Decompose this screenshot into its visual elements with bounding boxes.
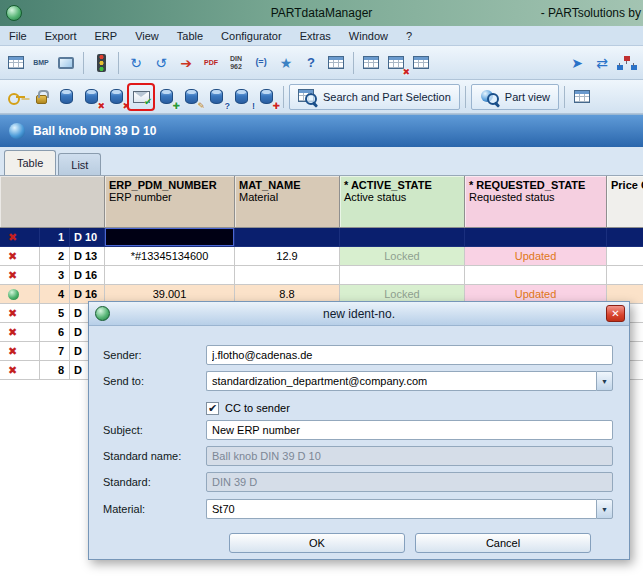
menu-item-window[interactable]: Window bbox=[340, 28, 397, 44]
refresh-icon-glyph: ↻ bbox=[130, 56, 142, 70]
cell-active[interactable] bbox=[340, 228, 465, 247]
tab-list[interactable]: List bbox=[58, 153, 101, 175]
table-export-icon[interactable] bbox=[324, 51, 348, 75]
row-number-cell[interactable]: 3 bbox=[40, 266, 70, 285]
database-delete-icon[interactable]: ✖ bbox=[104, 85, 128, 109]
cell-requested[interactable] bbox=[465, 266, 607, 285]
subject-input[interactable] bbox=[206, 420, 613, 440]
ok-button[interactable]: OK bbox=[229, 533, 405, 553]
row-number-cell[interactable]: 8 bbox=[40, 361, 70, 380]
part-selection-icon[interactable]: ➤ bbox=[565, 51, 589, 75]
table-plain-icon[interactable] bbox=[409, 51, 433, 75]
cancel-button[interactable]: Cancel bbox=[415, 533, 591, 553]
cc-to-sender-label: CC to sender bbox=[225, 402, 290, 414]
row-number-cell[interactable]: 2 bbox=[40, 247, 70, 266]
compare-parts-icon[interactable]: ⇄ bbox=[590, 51, 614, 75]
row-status-cell: ✖ bbox=[0, 228, 40, 247]
column-header-active[interactable]: * ACTIVE_STATEActive status bbox=[340, 176, 465, 228]
send-to-label: Send to: bbox=[103, 375, 206, 387]
bmp-export-icon[interactable]: BMP bbox=[29, 51, 53, 75]
menu-item-file[interactable]: File bbox=[0, 28, 36, 44]
material-input[interactable] bbox=[206, 499, 596, 519]
cell-mat[interactable]: 12.9 bbox=[235, 247, 340, 266]
send-to-input[interactable] bbox=[206, 371, 596, 391]
database-add-icon[interactable]: ✚ bbox=[154, 85, 178, 109]
reload-document-icon[interactable]: ↺ bbox=[149, 51, 173, 75]
menu-item-export[interactable]: Export bbox=[36, 28, 86, 44]
pdf-export-icon[interactable]: PDF bbox=[199, 51, 223, 75]
table-row-1[interactable]: ✖1D 10 bbox=[0, 228, 643, 247]
cell-price[interactable] bbox=[607, 228, 643, 247]
cc-to-sender-checkbox[interactable]: ✔ bbox=[206, 402, 219, 415]
database-new-icon[interactable]: ✚ bbox=[254, 85, 278, 109]
row-variant-cell[interactable]: D 13 bbox=[70, 247, 105, 266]
row-deleted-icon: ✖ bbox=[8, 327, 17, 338]
cell-erp[interactable] bbox=[105, 228, 235, 247]
cell-requested[interactable] bbox=[465, 228, 607, 247]
cell-price[interactable] bbox=[607, 266, 643, 285]
refresh-icon[interactable]: ↻ bbox=[124, 51, 148, 75]
dialog-titlebar[interactable]: new ident-no. ✕ bbox=[89, 302, 629, 326]
key-icon[interactable] bbox=[4, 85, 28, 109]
row-variant-cell[interactable]: D 16 bbox=[70, 266, 105, 285]
database-info-icon[interactable]: ! bbox=[229, 85, 253, 109]
column-header-requested[interactable]: * REQUESTED_STATERequested status bbox=[465, 176, 607, 228]
cell-mat[interactable] bbox=[235, 228, 340, 247]
help-icon[interactable]: ? bbox=[299, 51, 323, 75]
database-question-icon[interactable]: ? bbox=[204, 85, 228, 109]
part-view-button[interactable]: Part view bbox=[471, 84, 559, 110]
row-number-cell[interactable]: 1 bbox=[40, 228, 70, 247]
row-number-cell[interactable]: 7 bbox=[40, 342, 70, 361]
standard-row: Standard: bbox=[103, 472, 613, 492]
cadenas-globe-icon bbox=[95, 306, 110, 321]
new-ident-number-icon[interactable] bbox=[129, 85, 153, 109]
cell-erp[interactable] bbox=[105, 266, 235, 285]
cell-active[interactable] bbox=[340, 266, 465, 285]
row-number-cell[interactable]: 4 bbox=[40, 285, 70, 304]
cell-requested[interactable]: Updated bbox=[465, 247, 607, 266]
cell-erp[interactable]: *#13345134600 bbox=[105, 247, 235, 266]
grid-glyph bbox=[574, 90, 590, 103]
assembly-structure-icon[interactable] bbox=[615, 51, 639, 75]
database-edit-icon[interactable]: ✎ bbox=[179, 85, 203, 109]
database-icon[interactable] bbox=[54, 85, 78, 109]
menu-item-configurator[interactable]: Configurator bbox=[212, 28, 291, 44]
row-number-cell[interactable]: 6 bbox=[40, 323, 70, 342]
export-icon[interactable]: ➔ bbox=[174, 51, 198, 75]
menu-item-table[interactable]: Table bbox=[168, 28, 212, 44]
material-dropdown-button[interactable]: ▼ bbox=[596, 499, 613, 519]
menu-item-help[interactable]: ? bbox=[397, 28, 421, 44]
menu-item-erp[interactable]: ERP bbox=[86, 28, 127, 44]
table-view-icon[interactable] bbox=[4, 51, 28, 75]
column-header-mat[interactable]: MAT_NAMEMaterial bbox=[235, 176, 340, 228]
menu-item-extras[interactable]: Extras bbox=[291, 28, 340, 44]
database-remove-icon[interactable]: ✖ bbox=[79, 85, 103, 109]
favorite-star-icon[interactable]: ★ bbox=[274, 51, 298, 75]
sender-input[interactable] bbox=[206, 345, 613, 365]
cell-price[interactable] bbox=[607, 247, 643, 266]
send-to-dropdown-button[interactable]: ▼ bbox=[596, 371, 613, 391]
tab-table[interactable]: Table bbox=[4, 150, 56, 175]
chevron-down-icon: ▼ bbox=[601, 506, 608, 513]
column-header-price[interactable]: Price G bbox=[607, 176, 643, 228]
equals-icon[interactable]: (=) bbox=[249, 51, 273, 75]
database-link-icon[interactable] bbox=[570, 85, 594, 109]
menu-item-view[interactable]: View bbox=[126, 28, 168, 44]
cell-mat[interactable] bbox=[235, 266, 340, 285]
table-row-2[interactable]: ✖2D 13*#1334513460012.9LockedUpdated bbox=[0, 247, 643, 266]
part-title: Ball knob DIN 39 D 10 bbox=[33, 124, 156, 138]
table-row-3[interactable]: ✖3D 16 bbox=[0, 266, 643, 285]
preview-window-icon[interactable] bbox=[54, 51, 78, 75]
row-variant-cell[interactable]: D 10 bbox=[70, 228, 105, 247]
search-part-selection-button[interactable]: Search and Part Selection bbox=[289, 84, 460, 110]
table-variant-icon[interactable] bbox=[359, 51, 383, 75]
dialog-close-button[interactable]: ✕ bbox=[606, 305, 625, 322]
cell-active[interactable]: Locked bbox=[340, 247, 465, 266]
column-header-erp[interactable]: ERP_PDM_NUMBERERP number bbox=[105, 176, 235, 228]
table-delete-icon[interactable]: ✖ bbox=[384, 51, 408, 75]
window-titlebar[interactable]: PARTdataManager - PARTsolutions by bbox=[0, 0, 643, 26]
access-lock-icon[interactable] bbox=[29, 85, 53, 109]
traffic-light-icon[interactable] bbox=[89, 51, 113, 75]
din-962-icon[interactable]: DIN 962 bbox=[224, 51, 248, 75]
row-number-cell[interactable]: 5 bbox=[40, 304, 70, 323]
